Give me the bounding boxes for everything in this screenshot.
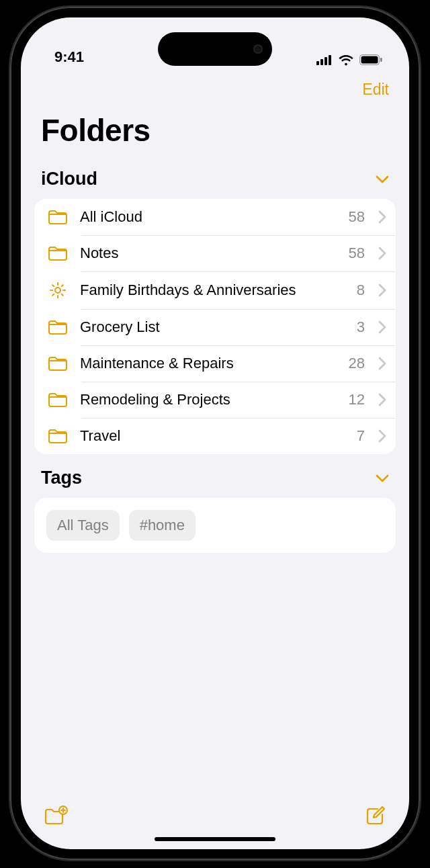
page-title: Folders xyxy=(21,99,409,155)
folder-label: Maintenance & Repairs xyxy=(80,355,338,372)
screen: 9:41 Edit Folders iCloud Al xyxy=(21,17,409,849)
folder-row[interactable]: Notes58 xyxy=(34,235,396,271)
new-folder-button[interactable] xyxy=(44,806,68,826)
folder-label: All iCloud xyxy=(80,208,338,226)
battery-icon xyxy=(359,54,382,65)
toolbar xyxy=(21,798,409,833)
svg-rect-2 xyxy=(325,57,327,65)
svg-rect-3 xyxy=(329,55,331,65)
status-time: 9:41 xyxy=(54,48,84,66)
wifi-icon xyxy=(338,54,354,66)
folder-count: 3 xyxy=(357,318,365,336)
folder-icon xyxy=(46,427,69,445)
folder-icon xyxy=(46,245,69,262)
folder-label: Remodeling & Projects xyxy=(80,391,338,408)
folder-label: Grocery List xyxy=(80,318,346,336)
folder-count: 7 xyxy=(357,427,365,445)
folder-icon xyxy=(46,318,69,336)
folder-row[interactable]: Grocery List3 xyxy=(34,309,396,345)
chevron-right-icon xyxy=(378,357,386,370)
svg-rect-6 xyxy=(380,58,382,62)
edit-button[interactable]: Edit xyxy=(362,81,389,99)
folder-count: 28 xyxy=(349,355,365,372)
compose-button[interactable] xyxy=(365,805,386,826)
folder-icon xyxy=(46,208,69,226)
folder-count: 58 xyxy=(349,208,365,226)
folder-count: 58 xyxy=(349,245,365,262)
section-header-tags[interactable]: Tags xyxy=(21,454,409,492)
chevron-right-icon xyxy=(378,429,386,443)
chevron-down-icon xyxy=(376,175,389,183)
chevron-right-icon xyxy=(378,320,386,334)
folder-row[interactable]: Travel7 xyxy=(34,418,396,454)
chevron-down-icon xyxy=(376,474,389,482)
cellular-icon xyxy=(316,54,333,65)
svg-rect-0 xyxy=(316,61,319,65)
folder-row[interactable]: Remodeling & Projects12 xyxy=(34,382,396,418)
folder-row[interactable]: Family Birthdays & Anniversaries8 xyxy=(34,271,396,309)
section-header-label: iCloud xyxy=(41,169,97,189)
section-header-label: Tags xyxy=(41,468,82,488)
folder-list-icloud: All iCloud58Notes58Family Birthdays & An… xyxy=(34,199,396,454)
home-indicator[interactable] xyxy=(155,837,275,841)
folder-label: Notes xyxy=(80,245,338,262)
gear-icon xyxy=(46,281,69,300)
tag-chip[interactable]: #home xyxy=(129,510,196,541)
svg-rect-1 xyxy=(320,59,323,65)
chevron-right-icon xyxy=(378,284,386,297)
folder-count: 12 xyxy=(349,391,365,408)
folder-row[interactable]: Maintenance & Repairs28 xyxy=(34,345,396,382)
nav-bar: Edit xyxy=(21,69,409,99)
device-frame: 9:41 Edit Folders iCloud Al xyxy=(10,7,420,860)
tag-chip[interactable]: All Tags xyxy=(46,510,120,541)
section-header-icloud[interactable]: iCloud xyxy=(21,155,409,193)
dynamic-island xyxy=(158,32,272,66)
folder-icon xyxy=(46,391,69,408)
folder-count: 8 xyxy=(357,281,365,299)
chevron-right-icon xyxy=(378,210,386,224)
svg-rect-5 xyxy=(361,56,378,64)
folder-label: Travel xyxy=(80,427,346,445)
folder-row[interactable]: All iCloud58 xyxy=(34,199,396,235)
folder-label: Family Birthdays & Anniversaries xyxy=(80,281,346,299)
svg-point-7 xyxy=(55,288,60,293)
chevron-right-icon xyxy=(378,393,386,406)
tags-card: All Tags#home xyxy=(34,498,396,553)
folder-icon xyxy=(46,355,69,372)
chevron-right-icon xyxy=(378,247,386,260)
